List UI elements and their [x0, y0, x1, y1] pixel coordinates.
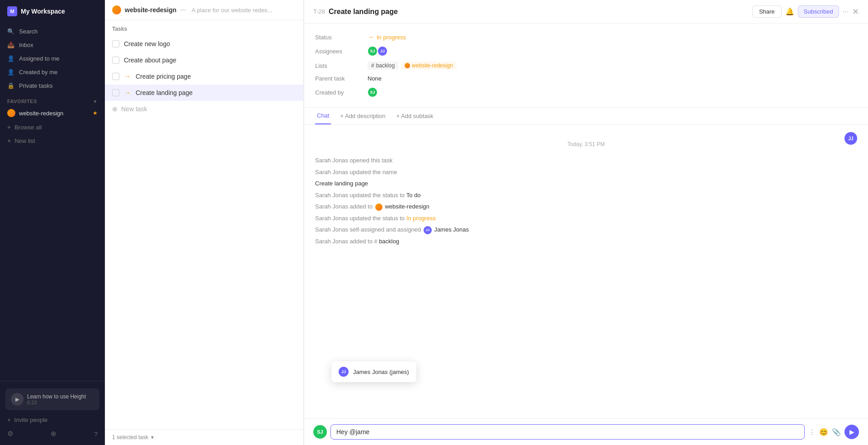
learn-info: Learn how to use Height 6:23: [27, 393, 86, 405]
mention-user-name: James Jonas (james): [353, 369, 409, 375]
task-panel-project-name: website-redesign: [125, 6, 176, 14]
task-panel-project-icon: [112, 5, 121, 14]
parent-task-label: Parent task: [315, 75, 360, 82]
workspace-name: My Workspace: [21, 8, 65, 15]
favorites-section[interactable]: Favorites ▼: [0, 94, 105, 106]
sidebar-item-search[interactable]: 🔍 Search: [0, 24, 105, 38]
inbox-label: Inbox: [19, 42, 33, 48]
sidebar-item-assigned[interactable]: 👤 Assigned to me: [0, 52, 105, 65]
chat-log-item: Sarah Jonas opened this task: [315, 155, 857, 166]
in-progress-highlight: In progress: [406, 215, 436, 222]
add-workspace-icon[interactable]: ⊕: [51, 430, 57, 438]
close-icon[interactable]: ✕: [852, 7, 859, 17]
status-in-progress-icon-4: →: [124, 89, 131, 96]
send-button[interactable]: ▶: [844, 425, 859, 439]
task-label-1: Create new logo: [124, 40, 170, 47]
header-actions: Share 🔔 Subscribed ··· ✕: [752, 5, 859, 18]
tab-add-subtask[interactable]: + Add subtask: [395, 108, 435, 124]
new-list-label: New list: [14, 137, 35, 144]
user-icon: 👤: [7, 55, 14, 62]
learn-time: 6:23: [27, 400, 86, 405]
sidebar-item-inbox[interactable]: 📥 Inbox: [0, 38, 105, 52]
favorites-label: Favorites: [7, 99, 37, 104]
project-list-icon: [405, 63, 410, 68]
star-icon: ★: [93, 110, 98, 116]
tab-chat[interactable]: Chat: [315, 108, 331, 124]
assignees-label: Assignees: [315, 48, 360, 55]
invite-people[interactable]: + Invite people: [0, 414, 105, 426]
task-checkbox-3[interactable]: [112, 73, 119, 80]
tab-add-description[interactable]: + Add description: [338, 108, 387, 124]
status-label: Status: [315, 34, 360, 41]
share-button[interactable]: Share: [752, 5, 782, 18]
chat-log-item: Sarah Jonas added to # backlog: [315, 236, 857, 247]
task-row[interactable]: Create about page: [105, 52, 303, 68]
created-by-avatar: SJ: [368, 87, 377, 97]
sidebar-item-website-redesign[interactable]: website-redesign ★: [0, 106, 105, 120]
status-value[interactable]: → In progress: [368, 33, 406, 41]
sidebar-new-list[interactable]: + New list: [0, 134, 105, 147]
bell-icon[interactable]: 🔔: [785, 7, 794, 16]
subscribed-button[interactable]: Subscribed: [798, 5, 839, 18]
sidebar-item-private[interactable]: 🔒 Private tasks: [0, 79, 105, 92]
meta-row-parent: Parent task None: [315, 72, 857, 85]
chat-timestamp: Today, 3:51 PM: [315, 141, 857, 147]
workspace-icon: M: [7, 6, 17, 16]
assignees-value[interactable]: SJ JJ: [368, 46, 387, 56]
mention-item-jj[interactable]: JJ James Jonas (james): [331, 363, 416, 380]
lists-value[interactable]: # backlog website-redesign: [368, 62, 457, 70]
new-list-plus-icon: +: [7, 137, 11, 144]
chat-log-item: Sarah Jonas updated the name: [315, 166, 857, 178]
sidebar-browse-all[interactable]: + Browse all: [0, 120, 105, 134]
private-label: Private tasks: [19, 82, 52, 89]
lock-icon: 🔒: [7, 82, 14, 89]
avatar-sj: SJ: [368, 46, 377, 56]
task-row[interactable]: Create new logo: [105, 36, 303, 52]
settings-icon[interactable]: ⚙: [7, 430, 13, 438]
footer-chevron: ▾: [151, 434, 154, 440]
chat-top-avatar: JJ: [844, 132, 857, 145]
chat-input[interactable]: [330, 424, 805, 440]
workspace-header[interactable]: M My Workspace: [0, 0, 105, 23]
status-text: In progress: [377, 34, 406, 41]
help-icon[interactable]: ?: [94, 430, 98, 438]
task-panel-footer: 1 selected task ▾: [105, 429, 303, 445]
attachment-icon[interactable]: 📎: [832, 428, 841, 436]
project-highlight: website-redesign: [385, 203, 429, 210]
sidebar-bottom-icons: ⚙ ⊕ ?: [0, 426, 105, 441]
invite-label: Invite people: [14, 417, 48, 423]
status-arrow-icon: →: [368, 33, 374, 41]
play-icon: ▶: [11, 393, 24, 406]
detail-more-icon[interactable]: ···: [843, 8, 849, 16]
task-checkbox-1[interactable]: [112, 40, 119, 47]
chat-log-item: Sarah Jonas updated the status to In pro…: [315, 213, 857, 224]
chat-tabs: Chat + Add description + Add subtask: [304, 108, 868, 125]
emoji-icon[interactable]: 😊: [819, 428, 828, 436]
more-options-icon[interactable]: ⋮: [808, 428, 816, 436]
task-row[interactable]: → Create pricing page: [105, 68, 303, 85]
search-icon: 🔍: [7, 28, 14, 35]
sidebar: M My Workspace 🔍 Search 📥 Inbox 👤 Assign…: [0, 0, 105, 445]
task-row-selected[interactable]: → Create landing page: [105, 85, 303, 101]
meta-row-created-by: Created by SJ: [315, 85, 857, 100]
task-panel-more-icon[interactable]: ···: [180, 6, 186, 14]
status-in-progress-icon-3: →: [124, 73, 131, 80]
task-checkbox-2[interactable]: [112, 57, 119, 64]
meta-row-status: Status → In progress: [315, 31, 857, 43]
mention-dropdown: JJ James Jonas (james): [331, 361, 416, 382]
selected-count: 1 selected task: [112, 434, 148, 440]
task-label-4: Create landing page: [136, 89, 193, 96]
favorites-arrow: ▼: [93, 99, 98, 104]
learn-card[interactable]: ▶ Learn how to use Height 6:23: [5, 388, 99, 410]
search-label: Search: [19, 28, 38, 35]
task-title: Create landing page: [329, 8, 749, 16]
browse-all-label: Browse all: [14, 124, 42, 131]
task-panel: website-redesign ··· A place for our web…: [105, 0, 304, 445]
task-checkbox-4[interactable]: [112, 89, 119, 96]
created-icon: 👤: [7, 68, 14, 76]
plus-icon: +: [7, 123, 11, 131]
sidebar-item-created[interactable]: 👤 Created by me: [0, 65, 105, 79]
invite-plus-icon: +: [7, 417, 11, 423]
new-task-row[interactable]: ⊕ New task: [105, 101, 303, 117]
list-tag-backlog: # backlog: [368, 62, 398, 70]
